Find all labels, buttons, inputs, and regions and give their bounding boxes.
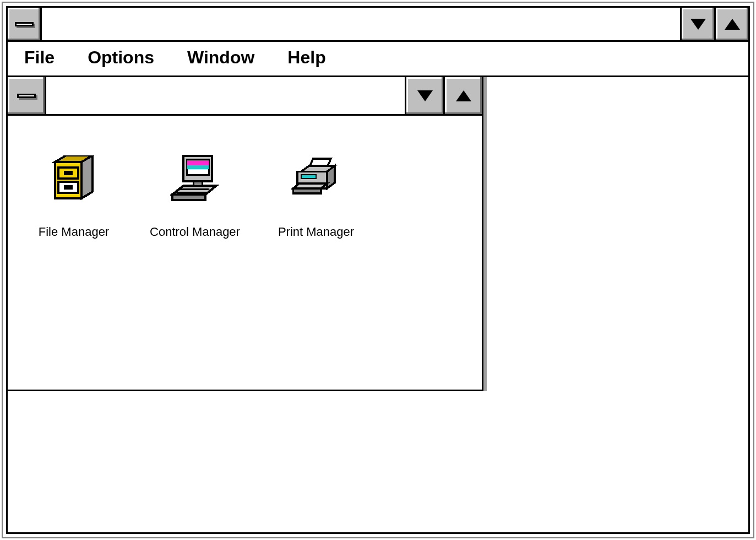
svg-marker-9 (172, 195, 205, 200)
menubar: File Options Window Help (8, 42, 748, 77)
program-manager-window: File Options Window Help (6, 6, 750, 534)
menu-file[interactable]: File (24, 47, 55, 68)
svg-rect-5 (64, 171, 73, 175)
group-titlebar (8, 77, 482, 116)
program-item-label: File Manager (39, 225, 109, 239)
svg-rect-15 (187, 165, 209, 169)
group-system-menu[interactable] (8, 77, 46, 114)
svg-rect-21 (301, 175, 316, 179)
menu-options[interactable]: Options (88, 47, 154, 68)
minimize-icon (417, 90, 433, 101)
menu-help[interactable]: Help (287, 47, 325, 68)
program-item-label: Print Manager (278, 225, 354, 239)
svg-rect-7 (64, 185, 73, 190)
main-maximize-button[interactable] (714, 8, 748, 40)
svg-rect-14 (187, 160, 209, 165)
system-menu-icon (17, 94, 36, 98)
menu-window[interactable]: Window (187, 47, 254, 68)
file-cabinet-icon (49, 154, 99, 204)
maximize-icon (456, 90, 471, 101)
main-system-menu[interactable] (8, 8, 42, 40)
svg-marker-23 (293, 188, 321, 193)
system-menu-icon (15, 22, 34, 26)
svg-rect-16 (193, 181, 202, 186)
group-client-area: File Manager (8, 116, 482, 390)
program-item-label: Control Manager (150, 225, 240, 239)
group-minimize-button[interactable] (405, 77, 443, 114)
computer-icon (170, 154, 220, 204)
main-minimize-button[interactable] (680, 8, 714, 40)
group-title-area[interactable] (46, 77, 405, 114)
maximize-icon (725, 19, 740, 30)
printer-icon (291, 154, 341, 204)
group-maximize-button[interactable] (443, 77, 482, 114)
main-title-area[interactable] (42, 8, 680, 40)
program-item-print-manager[interactable]: Print Manager (266, 154, 366, 239)
mdi-client-area: File Manager (8, 77, 748, 532)
program-group-window: File Manager (8, 77, 483, 391)
main-titlebar (8, 8, 748, 42)
program-item-file-manager[interactable]: File Manager (24, 154, 123, 239)
program-item-control-manager[interactable]: Control Manager (145, 154, 244, 239)
svg-marker-8 (172, 186, 216, 195)
minimize-icon (690, 19, 706, 30)
